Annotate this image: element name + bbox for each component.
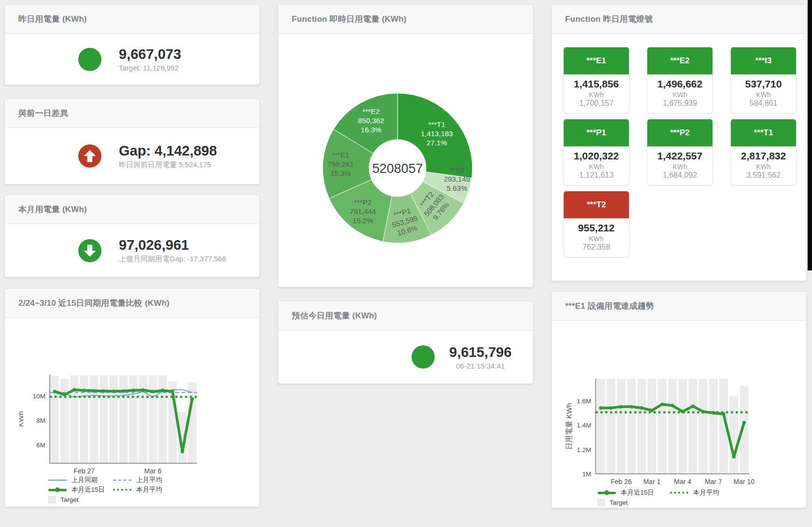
svg-text:***T1: ***T1: [428, 120, 445, 128]
panel-title: 預估今日用電量 (KWh): [292, 310, 377, 321]
panel-header: Function 即時日用電量 (KWh): [278, 5, 533, 34]
legend-marker-icon: [113, 489, 131, 491]
light-tile-T1: ***T12,817,832KWh3,591,562: [730, 119, 797, 185]
svg-text:Mar 10: Mar 10: [734, 478, 755, 485]
yesterday-usage-target: Target: 11,128,992: [119, 64, 181, 72]
forecast-value: 9,615,796: [449, 344, 512, 360]
panel-yesterday-lights: Function 昨日用電燈號 ***E11,415,856KWh1,700,1…: [551, 4, 807, 281]
svg-text:Mar 6: Mar 6: [144, 467, 162, 475]
day-gap-sub: 昨日與前日用電量 5,524,175: [119, 160, 217, 170]
tile-target: 584,861: [733, 99, 794, 108]
tile-target: 762,358: [566, 243, 627, 252]
svg-text:Mar 7: Mar 7: [705, 478, 722, 485]
tile-target: 1,684,092: [649, 171, 711, 180]
svg-text:日用電量 KWh: 日用電量 KWh: [565, 403, 573, 450]
svg-text:16.3%: 16.3%: [361, 126, 382, 134]
tile-body: 1,496,662KWh1,675,939: [647, 74, 712, 113]
svg-text:KWh: KWh: [19, 411, 25, 427]
panel-forecast-today: 預估今日用電量 (KWh) 9,615,796 06-21 15:34:41: [278, 301, 533, 384]
tile-unit: KWh: [733, 163, 794, 171]
compare-line-chart: 6M8M10MFeb 27Mar 6KWh: [19, 352, 261, 482]
svg-text:27.1%: 27.1%: [427, 139, 447, 147]
tile-body: 1,415,856KWh1,700,157: [564, 74, 629, 113]
legend-marker-icon: [48, 489, 67, 491]
stat-row: 97,026,961 上個月同期用電Gap: -17,377,566: [5, 224, 259, 277]
tile-unit: KWh: [733, 91, 794, 99]
tile-label-badge: ***I3: [731, 47, 796, 74]
stat-row: 9,667,073 Target: 11,128,992: [5, 34, 259, 85]
svg-text:293,149: 293,149: [444, 175, 470, 183]
tile-value: 1,496,662: [649, 78, 711, 90]
panel-title: 與前一日差異: [18, 108, 68, 119]
energy-dashboard-page: 昨日用電量 (KWh) 9,667,073 Target: 11,128,992…: [0, 0, 812, 527]
svg-text:***E1: ***E1: [332, 151, 349, 159]
panel-title: ***E1 設備用電達成趨勢: [565, 300, 654, 312]
light-tiles-grid: ***E11,415,856KWh1,700,157***E21,496,662…: [563, 47, 797, 257]
legend-marker-icon: [48, 480, 67, 481]
panel-header: ***E1 設備用電達成趨勢: [552, 292, 806, 321]
panel-e1-trend: ***E1 設備用電達成趨勢 1M1.2M1.4M1.6MFeb 26Mar 1…: [551, 291, 807, 508]
tile-target: 1,121,613: [566, 171, 627, 180]
panel-title: Function 即時日用電量 (KWh): [292, 14, 406, 25]
legend-item-Target[interactable]: Target: [48, 496, 113, 503]
legend-row: 本月近15日本月平均: [598, 488, 742, 498]
panel-day-gap: 與前一日差異 Gap: 4,142,898 昨日與前日用電量 5,524,175: [4, 99, 260, 185]
tile-label-badge: ***E1: [564, 47, 629, 74]
legend-row: Target: [48, 495, 178, 504]
realtime-usage-donut-chart: ***T11,413,18327.1%***I3293,1495.63%***T…: [278, 34, 533, 289]
svg-text:Feb 27: Feb 27: [73, 467, 95, 475]
tile-target: 1,675,939: [649, 99, 711, 108]
legend-marker-icon: [48, 496, 56, 503]
legend-item-本月平均[interactable]: 本月平均: [113, 485, 178, 494]
panel-header: 本月用電量 (KWh): [5, 195, 259, 224]
light-tile-E1: ***E11,415,856KWh1,700,157: [563, 47, 629, 114]
tile-value: 2,817,832: [733, 150, 794, 162]
tile-unit: KWh: [649, 91, 711, 99]
legend-marker-icon: [598, 492, 616, 494]
legend-label: 本月近15日: [71, 485, 105, 494]
panel-header: 昨日用電量 (KWh): [5, 5, 259, 34]
tile-target: 3,591,562: [733, 171, 794, 180]
light-tile-E2: ***E21,496,662KWh1,675,939: [647, 47, 713, 114]
svg-text:1,413,183: 1,413,183: [421, 129, 453, 138]
panel-title: 昨日用電量 (KWh): [18, 14, 87, 25]
legend-item-本月近15日[interactable]: 本月近15日: [598, 488, 670, 497]
svg-text:Feb 26: Feb 26: [611, 478, 632, 485]
legend-item-本月近15日[interactable]: 本月近15日: [48, 485, 113, 494]
legend-item-上月平均[interactable]: 上月平均: [113, 476, 178, 484]
day-gap-value: Gap: 4,142,898: [119, 143, 217, 159]
svg-text:798,241: 798,241: [328, 160, 354, 168]
tile-unit: KWh: [566, 235, 627, 242]
scrollbar[interactable]: [808, 0, 812, 271]
legend-label: 本月平均: [693, 488, 719, 497]
tile-value: 955,212: [566, 222, 627, 234]
month-usage-value: 97,026,961: [119, 237, 226, 253]
legend-row: 本月近15日本月平均: [48, 485, 178, 495]
tile-label-badge: ***T1: [731, 119, 796, 146]
legend-marker-point: [604, 490, 609, 495]
legend-item-上月同期[interactable]: 上月同期: [48, 476, 113, 484]
svg-text:850,362: 850,362: [358, 116, 384, 125]
panel-title: Function 昨日用電燈號: [565, 14, 653, 25]
light-tile-T2: ***T2955,212KWh762,358: [563, 191, 629, 257]
compare-chart-legend: 上月同期上月平均本月近15日本月平均Target: [48, 475, 178, 504]
light-tile-I3: ***I3537,710KWh584,861: [730, 47, 797, 114]
legend-label: Target: [610, 499, 628, 506]
svg-text:5.63%: 5.63%: [447, 184, 468, 192]
panel-realtime-donut: Function 即時日用電量 (KWh) ***T11,413,18327.1…: [278, 4, 533, 287]
tile-value: 1,415,856: [566, 78, 627, 90]
month-usage-sub: 上個月同期用電Gap: -17,377,566: [119, 255, 226, 264]
light-tile-P1: ***P11,020,322KWh1,121,613: [563, 119, 629, 185]
legend-label: 本月平均: [136, 485, 162, 494]
svg-text:8M: 8M: [36, 417, 45, 424]
tile-label-badge: ***P2: [647, 119, 712, 146]
legend-item-Target[interactable]: Target: [598, 499, 670, 506]
panel-header: 2/24~3/10 近15日同期用電量比較 (KWh): [5, 289, 259, 318]
legend-item-本月平均[interactable]: 本月平均: [670, 488, 742, 497]
svg-text:1.2M: 1.2M: [577, 446, 591, 454]
legend-label: 上月同期: [71, 476, 98, 484]
tile-label-badge: ***P1: [564, 119, 629, 146]
panel-header: 預估今日用電量 (KWh): [278, 301, 533, 330]
legend-row: 上月同期上月平均: [48, 475, 178, 485]
e1-trend-line-chart: 1M1.2M1.4M1.6MFeb 26Mar 1Mar 4Mar 7Mar 1…: [564, 357, 805, 492]
